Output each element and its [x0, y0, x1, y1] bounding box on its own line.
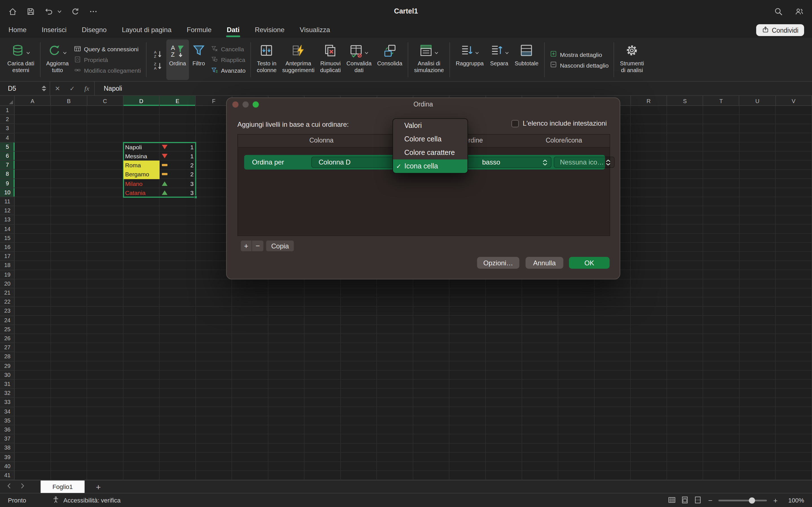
row-header-4[interactable]: 4 [0, 133, 15, 142]
row-header-8[interactable]: 8 [0, 170, 15, 179]
avanzato-button[interactable]: Avanzato [211, 66, 246, 75]
row-header-32[interactable]: 32 [0, 389, 15, 398]
row-header-10[interactable]: 10 [0, 188, 15, 197]
cancel-entry-button[interactable]: ✕ [50, 85, 65, 92]
cell-D10[interactable]: Catania [123, 188, 160, 197]
cell-E6[interactable]: 1 [160, 152, 196, 161]
zoom-slider-thumb[interactable] [749, 497, 755, 503]
tab-disegno[interactable]: Disegno [81, 26, 107, 38]
row-header-25[interactable]: 25 [0, 325, 15, 334]
ordina-button[interactable]: AZOrdina [166, 40, 189, 80]
carica-dati-esterni-button[interactable]: Carica datiesterni [4, 40, 37, 80]
row-header-16[interactable]: 16 [0, 243, 15, 252]
add-level-button[interactable]: + [240, 240, 252, 252]
column-header-U[interactable]: U [740, 96, 776, 106]
next-sheet-icon[interactable] [18, 482, 26, 492]
separa-button[interactable]: Separa [486, 40, 512, 80]
layout-view-icon[interactable] [680, 496, 689, 504]
row-header-2[interactable]: 2 [0, 115, 15, 124]
save-icon[interactable] [26, 6, 36, 16]
insert-function-button[interactable]: fx [80, 84, 94, 93]
tab-home[interactable]: Home [8, 26, 27, 38]
menu-item-valori[interactable]: Valori [393, 119, 467, 132]
row-header-38[interactable]: 38 [0, 444, 15, 453]
color-icon-dropdown[interactable]: Nessuna ico… [554, 157, 615, 168]
zoom-window-icon[interactable] [253, 101, 259, 108]
row-header-33[interactable]: 33 [0, 398, 15, 407]
cell-D9[interactable]: Milano [123, 179, 160, 188]
name-box[interactable]: D5 [0, 82, 50, 95]
row-header-18[interactable]: 18 [0, 261, 15, 270]
row-header-3[interactable]: 3 [0, 124, 15, 133]
nascondi-dettaglio-button[interactable]: Nascondi dettaglio [550, 61, 609, 69]
home-icon[interactable] [8, 6, 17, 16]
cell-D5[interactable]: Napoli [123, 143, 160, 152]
aggiorna-tutto-button[interactable]: Aggiornatutto [43, 40, 71, 80]
consolida-button[interactable]: Consolida [374, 40, 405, 80]
accessibility-status[interactable]: Accessibilità: verifica [52, 496, 121, 505]
anteprima-suggerimenti-button[interactable]: Anteprimasuggerimenti [280, 40, 317, 80]
row-header-13[interactable]: 13 [0, 216, 15, 224]
tab-formule[interactable]: Formule [186, 26, 212, 38]
tab-layout-di-pagina[interactable]: Layout di pagina [121, 26, 172, 38]
redo-icon[interactable] [70, 6, 80, 16]
sort-asc-button[interactable]: AZ [151, 49, 165, 59]
row-header-6[interactable]: 6 [0, 152, 15, 161]
row-header-34[interactable]: 34 [0, 407, 15, 416]
cell-E5[interactable]: 1 [160, 143, 196, 152]
testo-in-colonne-button[interactable]: Testo incolonne [254, 40, 280, 80]
row-header-26[interactable]: 26 [0, 334, 15, 343]
tab-revisione[interactable]: Revisione [254, 26, 285, 38]
zoom-in-button[interactable]: + [773, 496, 777, 504]
row-header-5[interactable]: 5 [0, 143, 15, 152]
row-header-11[interactable]: 11 [0, 197, 15, 206]
tab-inserisci[interactable]: Inserisci [41, 26, 67, 38]
row-header-1[interactable]: 1 [0, 106, 15, 115]
row-header-30[interactable]: 30 [0, 371, 15, 380]
column-header-A[interactable]: A [15, 96, 51, 106]
column-header-D[interactable]: D [123, 96, 160, 106]
convalida-dati-button[interactable]: Convalidadati [344, 40, 374, 80]
mostra-dettaglio-button[interactable]: Mostra dettaglio [550, 50, 609, 59]
row-header-28[interactable]: 28 [0, 352, 15, 361]
column-header-T[interactable]: T [703, 96, 740, 106]
column-header-S[interactable]: S [667, 96, 703, 106]
tab-dati[interactable]: Dati [226, 26, 240, 38]
zoom-slider[interactable] [719, 499, 767, 501]
chevron-down-icon[interactable] [57, 9, 62, 14]
menu-item-icona-cella[interactable]: ✓Icona cella [393, 159, 467, 173]
column-header-C[interactable]: C [87, 96, 123, 106]
row-header-9[interactable]: 9 [0, 179, 15, 188]
row-header-31[interactable]: 31 [0, 380, 15, 389]
row-header-37[interactable]: 37 [0, 434, 15, 443]
row-header-22[interactable]: 22 [0, 297, 15, 306]
row-header-12[interactable]: 12 [0, 206, 15, 215]
row-header-29[interactable]: 29 [0, 361, 15, 371]
row-header-27[interactable]: 27 [0, 343, 15, 352]
headers-checkbox-group[interactable]: L'elenco include intestazioni [511, 119, 607, 127]
column-header-V[interactable]: V [776, 96, 812, 106]
cell-E10[interactable]: 3 [160, 188, 196, 197]
row-header-21[interactable]: 21 [0, 288, 15, 297]
zoom-out-button[interactable]: − [708, 496, 712, 504]
formula-bar-value[interactable]: Napoli [104, 85, 122, 92]
row-header-17[interactable]: 17 [0, 252, 15, 261]
row-header-19[interactable]: 19 [0, 270, 15, 279]
add-sheet-button[interactable]: + [96, 482, 101, 492]
headers-checkbox[interactable] [511, 120, 519, 127]
sheet-tab-foglio1[interactable]: Foglio1 [41, 480, 85, 493]
row-header-7[interactable]: 7 [0, 161, 15, 170]
row-header-40[interactable]: 40 [0, 462, 15, 471]
query-e-connessioni-button[interactable]: Query & connessioni [74, 45, 141, 53]
people-icon[interactable] [795, 6, 804, 16]
filtro-button[interactable]: Filtro [189, 40, 209, 80]
column-header-E[interactable]: E [160, 96, 196, 106]
cell-E9[interactable]: 3 [160, 179, 196, 188]
row-header-14[interactable]: 14 [0, 224, 15, 233]
row-header-39[interactable]: 39 [0, 453, 15, 462]
previous-sheet-icon[interactable] [6, 482, 13, 492]
confirm-entry-button[interactable]: ✓ [65, 85, 80, 92]
cell-D6[interactable]: Messina [123, 152, 160, 161]
row-header-23[interactable]: 23 [0, 307, 15, 316]
search-icon[interactable] [774, 6, 783, 16]
